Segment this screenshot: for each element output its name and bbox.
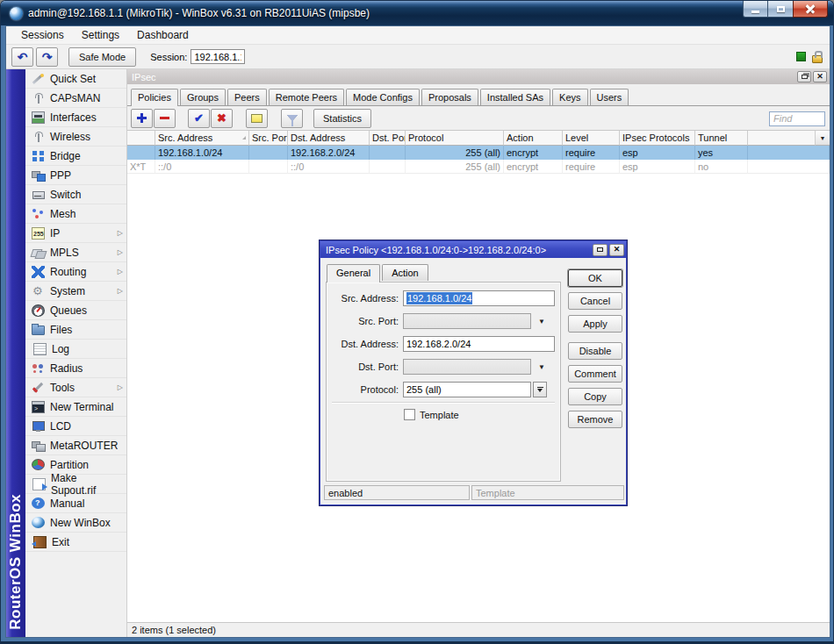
minimize-button[interactable] <box>743 1 768 18</box>
src-address-input[interactable]: 192.168.1.0/24 <box>403 290 555 306</box>
disable-button[interactable]: ✖ <box>211 109 233 128</box>
dialog-close-button[interactable]: ✕ <box>609 244 624 256</box>
dst-address-input[interactable]: 192.168.2.0/24 <box>403 336 555 352</box>
disable-policy-button[interactable]: Disable <box>568 342 622 360</box>
session-input[interactable] <box>191 49 245 64</box>
sidebar-item-tools[interactable]: Tools▷ <box>25 378 126 397</box>
dialog-titlebar[interactable]: IPsec Policy <192.168.1.0/24:0->192.168.… <box>320 241 626 258</box>
sidebar-item-ip[interactable]: IP▷ <box>25 224 126 243</box>
sidebar-item-mpls[interactable]: MPLS▷ <box>25 243 126 262</box>
tab-mode-configs[interactable]: Mode Configs <box>346 89 420 105</box>
tab-proposals[interactable]: Proposals <box>421 89 478 105</box>
comment-button[interactable] <box>246 109 268 128</box>
col-dst-port[interactable]: Dst. Port <box>370 131 406 146</box>
winbox-main-window: admin@192.168.1.1 (MikroTik) - WinBox v6… <box>0 0 834 644</box>
filter-button[interactable] <box>281 109 303 128</box>
log-paper-icon <box>33 343 47 355</box>
ok-button[interactable]: OK <box>568 269 622 287</box>
col-ipsec-protocols[interactable]: IPsec Protocols <box>620 131 695 146</box>
tab-installed-sas[interactable]: Installed SAs <box>480 89 550 105</box>
tab-groups[interactable]: Groups <box>180 89 226 105</box>
close-button[interactable] <box>793 1 828 18</box>
tab-remote-peers[interactable]: Remote Peers <box>269 89 344 105</box>
comment-button[interactable]: Comment <box>568 365 622 383</box>
remove-button[interactable] <box>154 109 176 128</box>
sidebar-item-queues[interactable]: Queues <box>25 301 126 320</box>
dialog-tab-action[interactable]: Action <box>382 264 428 281</box>
src-port-combo[interactable] <box>403 313 531 329</box>
safe-mode-button[interactable]: Safe Mode <box>68 47 136 67</box>
statistics-button[interactable]: Statistics <box>313 109 371 128</box>
col-tunnel[interactable]: Tunnel <box>695 131 748 146</box>
menu-sessions[interactable]: Sessions <box>13 27 72 43</box>
sidebar-item-quick-set[interactable]: Quick Set <box>25 69 126 89</box>
chevron-down-icon[interactable]: ▼ <box>538 363 545 371</box>
dialog-tab-general[interactable]: General <box>327 264 380 283</box>
radius-users-icon <box>32 362 45 375</box>
ipsec-close-button[interactable]: ✕ <box>813 71 827 82</box>
sidebar-item-system[interactable]: System▷ <box>25 282 126 301</box>
separator <box>332 402 555 403</box>
comment-note-icon <box>251 114 262 123</box>
col-dst-address[interactable]: Dst. Address <box>288 131 370 146</box>
sidebar-item-ppp[interactable]: PPP <box>25 166 126 185</box>
column-options-button[interactable]: ▼ <box>815 131 830 146</box>
sidebar-item-interfaces[interactable]: Interfaces <box>25 108 126 127</box>
sidebar-item-radius[interactable]: Radius <box>25 359 126 378</box>
enable-button[interactable]: ✔ <box>188 109 210 128</box>
status-enabled: enabled <box>324 485 470 500</box>
tab-keys[interactable]: Keys <box>552 89 587 105</box>
maximize-button[interactable] <box>768 1 793 18</box>
sidebar-item-metarouter[interactable]: MetaROUTER <box>25 436 126 455</box>
sidebar-item-manual[interactable]: Manual <box>25 494 126 513</box>
apply-button[interactable]: Apply <box>568 315 622 333</box>
template-checkbox[interactable] <box>404 409 415 420</box>
redo-icon: ↷ <box>42 50 53 64</box>
undo-button[interactable]: ↶ <box>11 47 33 67</box>
tab-policies[interactable]: Policies <box>131 89 178 106</box>
col-protocol[interactable]: Protocol <box>406 131 504 146</box>
gear-icon <box>32 285 45 297</box>
protocol-dropdown-button[interactable] <box>533 382 547 397</box>
sidebar-item-new-winbox[interactable]: New WinBox <box>25 513 126 533</box>
table-row[interactable]: 192.168.1.0/24 192.168.2.0/24 255 (all) … <box>127 146 830 160</box>
menubar: Sessions Settings Dashboard <box>6 26 830 45</box>
sidebar-item-mesh[interactable]: Mesh <box>25 204 126 224</box>
cancel-button[interactable]: Cancel <box>568 292 622 310</box>
sidebar-item-make-supout[interactable]: Make Supout.rif <box>25 475 126 494</box>
wireless-antenna-icon <box>32 131 45 143</box>
menu-dashboard[interactable]: Dashboard <box>129 27 197 43</box>
sidebar-item-bridge[interactable]: Bridge <box>25 147 126 166</box>
undo-icon: ↶ <box>18 50 28 64</box>
col-action[interactable]: Action <box>504 131 563 146</box>
copy-button[interactable]: Copy <box>568 388 622 405</box>
sidebar-item-log[interactable]: Log <box>25 340 126 359</box>
dst-port-combo[interactable] <box>403 359 531 375</box>
ipsec-restore-button[interactable] <box>797 71 811 82</box>
table-row[interactable]: X*T ::/0 ::/0 255 (all) encrypt require … <box>127 160 830 174</box>
dialog-maximize-button[interactable] <box>593 244 608 256</box>
add-button[interactable] <box>131 109 153 128</box>
sidebar-item-capsman[interactable]: CAPsMAN <box>25 89 126 108</box>
col-level[interactable]: Level <box>563 131 620 146</box>
sidebar-item-routing[interactable]: Routing▷ <box>25 262 126 282</box>
tab-peers[interactable]: Peers <box>227 89 267 105</box>
sidebar-item-switch[interactable]: Switch <box>25 185 126 204</box>
col-src-address[interactable]: Src. Address <box>155 131 249 146</box>
tab-users[interactable]: Users <box>590 89 629 105</box>
find-input[interactable] <box>769 111 825 126</box>
redo-button[interactable]: ↷ <box>36 47 58 67</box>
col-flags[interactable] <box>127 131 155 146</box>
sidebar-item-lcd[interactable]: LCD <box>25 417 126 436</box>
chevron-down-icon[interactable]: ▼ <box>538 318 545 326</box>
sidebar-item-wireless[interactable]: Wireless <box>25 127 126 147</box>
menu-settings[interactable]: Settings <box>74 27 127 43</box>
protocol-combo[interactable]: 255 (all) <box>403 382 531 397</box>
remove-button[interactable]: Remove <box>568 411 622 428</box>
sidebar-item-files[interactable]: Files <box>25 320 126 340</box>
sidebar-item-new-terminal[interactable]: New Terminal <box>25 397 126 417</box>
col-src-port[interactable]: Src. Port <box>249 131 288 146</box>
sidebar-item-exit[interactable]: Exit <box>25 533 126 552</box>
winbox-globe-icon <box>32 517 45 528</box>
switch-device-icon <box>32 189 45 201</box>
